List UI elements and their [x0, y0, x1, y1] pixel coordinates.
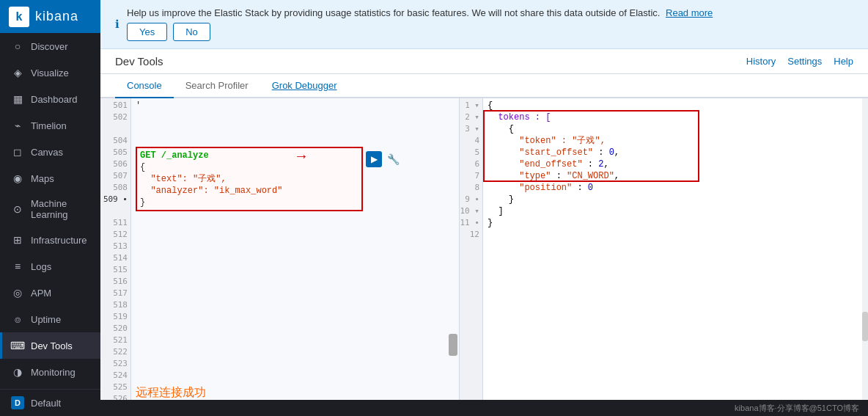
banner-text: Help us improve the Elastic Stack by pro…: [127, 7, 660, 18]
output-line: {: [488, 123, 864, 135]
run-button[interactable]: ▶: [366, 151, 382, 167]
code-line: }: [140, 197, 358, 208]
code-line: "analyzer": "ik_max_word": [140, 185, 358, 197]
tab-search-profiler[interactable]: Search Profiler: [174, 74, 260, 98]
sidebar-item-dashboard[interactable]: ▦ Dashboard: [0, 86, 100, 112]
page-title: Dev Tools: [115, 55, 163, 67]
infrastructure-icon: ⊞: [11, 233, 24, 247]
sidebar-item-infrastructure[interactable]: ⊞ Infrastructure: [0, 227, 100, 253]
right-scrollbar-thumb[interactable]: [862, 312, 868, 341]
right-line-numbers: 1 ▾2 ▾3 ▾45 6789 •10 ▾ 11 •12: [460, 98, 483, 400]
sidebar-item-apm[interactable]: ◎ APM: [0, 280, 100, 306]
main-content: ℹ Help us improve the Elastic Stack by p…: [100, 0, 868, 416]
output-line: "start_offset" : 0,: [488, 147, 864, 158]
sidebar-item-label: Monitoring: [31, 367, 76, 378]
sidebar-nav: ○ Discover ◈ Visualize ▦ Dashboard ⌁ Tim…: [0, 33, 100, 389]
console-left-panel: 501502 504505 506507508509 • 51151251351…: [100, 98, 460, 400]
sidebar-item-monitoring[interactable]: ◑ Monitoring: [0, 359, 100, 385]
canvas-icon: ◻: [11, 145, 24, 158]
settings-button[interactable]: Settings: [787, 56, 822, 67]
output-line: [488, 229, 864, 241]
output-line: ]: [488, 205, 864, 217]
maps-icon: ◉: [11, 172, 24, 185]
read-more-link[interactable]: Read more: [666, 7, 713, 18]
code-line: [136, 299, 455, 311]
console-right-panel: 1 ▾2 ▾3 ▾45 6789 •10 ▾ 11 •12 { tokens :…: [460, 98, 868, 400]
output-line: "position" : 0: [488, 182, 864, 194]
sidebar-item-discover[interactable]: ○ Discover: [0, 33, 100, 59]
left-line-numbers: 501502 504505 506507508509 • 51151251351…: [100, 98, 131, 400]
sidebar-item-dev-tools[interactable]: ⌨ Dev Tools: [0, 332, 100, 359]
sidebar-item-uptime[interactable]: ⌾ Uptime: [0, 306, 100, 332]
footer-text: kibana博客·分享博客@51CTO博客: [735, 403, 859, 414]
arrow-icon: →: [297, 151, 306, 163]
output-line: "type" : "CN_WORD",: [488, 170, 864, 182]
devtools-actions: History Settings Help: [746, 56, 853, 67]
sidebar-item-canvas[interactable]: ◻ Canvas: [0, 139, 100, 165]
ml-icon: ⊙: [11, 202, 24, 216]
code-line: [136, 311, 455, 323]
right-scrollbar-track: [862, 98, 868, 400]
sidebar-item-label: Dashboard: [31, 94, 78, 105]
output-line: }: [488, 194, 864, 205]
output-line: "end_offset" : 2,: [488, 158, 864, 170]
sidebar-item-machine-learning[interactable]: ⊙ Machine Learning: [0, 191, 100, 227]
sidebar-item-maps[interactable]: ◉ Maps: [0, 165, 100, 191]
sidebar: k kibana ○ Discover ◈ Visualize ▦ Dashbo…: [0, 0, 100, 416]
code-line-get: GET /_analyze: [140, 150, 358, 161]
footer-bar: kibana博客·分享博客@51CTO博客: [100, 400, 868, 416]
code-line: [136, 217, 455, 229]
banner-buttons: Yes No: [127, 23, 713, 41]
sidebar-item-label: Uptime: [31, 314, 61, 325]
sidebar-item-timelion[interactable]: ⌁ Timelion: [0, 112, 100, 139]
uptime-icon: ⌾: [11, 313, 24, 326]
code-line: [136, 335, 455, 346]
info-icon: ℹ: [115, 18, 119, 31]
output-line: "token" : "子戏",: [488, 135, 864, 147]
code-line: [136, 276, 455, 288]
wrench-button[interactable]: 🔧: [385, 151, 401, 167]
code-line: [136, 135, 455, 147]
logs-icon: ≡: [11, 260, 24, 273]
left-code-area[interactable]: ' GET /_analyze { "text": "子戏", "analyze…: [131, 98, 459, 400]
kibana-logo-text: kibana: [35, 9, 78, 24]
yes-button[interactable]: Yes: [127, 23, 167, 41]
code-line: [136, 346, 455, 358]
sidebar-item-logs[interactable]: ≡ Logs: [0, 253, 100, 280]
sidebar-item-label: Default: [31, 398, 61, 409]
code-line: [136, 112, 455, 123]
output-code-area[interactable]: { tokens : [ { "token" : "子戏", "start_of…: [483, 98, 868, 400]
sidebar-item-visualize[interactable]: ◈ Visualize: [0, 59, 100, 86]
code-line: {: [140, 161, 358, 173]
run-buttons: ▶ 🔧: [366, 151, 401, 167]
timelion-icon: ⌁: [11, 119, 24, 132]
code-line: [136, 323, 455, 335]
tab-grok-debugger[interactable]: Grok Debugger: [260, 74, 349, 98]
code-line: "text": "子戏",: [140, 173, 358, 185]
sidebar-item-label: Machine Learning: [31, 198, 92, 220]
output-line: }: [488, 217, 864, 229]
sidebar-item-label: Visualize: [31, 67, 69, 79]
banner-inner: Help us improve the Elastic Stack by pro…: [127, 7, 713, 41]
no-button[interactable]: No: [173, 23, 210, 41]
devtools-header: Dev Tools History Settings Help: [100, 49, 868, 74]
kibana-logo-icon: k: [9, 7, 29, 27]
remote-connection-text: 远程连接成功: [136, 387, 455, 399]
sidebar-item-label: Discover: [31, 41, 68, 52]
history-button[interactable]: History: [746, 56, 776, 67]
code-line: [136, 252, 455, 264]
discover-icon: ○: [11, 40, 24, 53]
banner-message: Help us improve the Elastic Stack by pro…: [127, 7, 713, 18]
tab-console[interactable]: Console: [115, 74, 174, 98]
visualize-icon: ◈: [11, 66, 24, 79]
sidebar-item-label: APM: [31, 288, 51, 299]
code-line: [136, 229, 455, 241]
devtools-icon: ⌨: [11, 339, 24, 352]
help-button[interactable]: Help: [834, 56, 853, 67]
default-icon: D: [11, 396, 24, 409]
scrollbar-thumb[interactable]: [449, 334, 457, 356]
tabs-bar: Console Search Profiler Grok Debugger: [100, 74, 868, 98]
sidebar-item-default[interactable]: D Default: [0, 390, 100, 416]
sidebar-item-label: Timelion: [31, 120, 67, 131]
code-line: [136, 241, 455, 252]
